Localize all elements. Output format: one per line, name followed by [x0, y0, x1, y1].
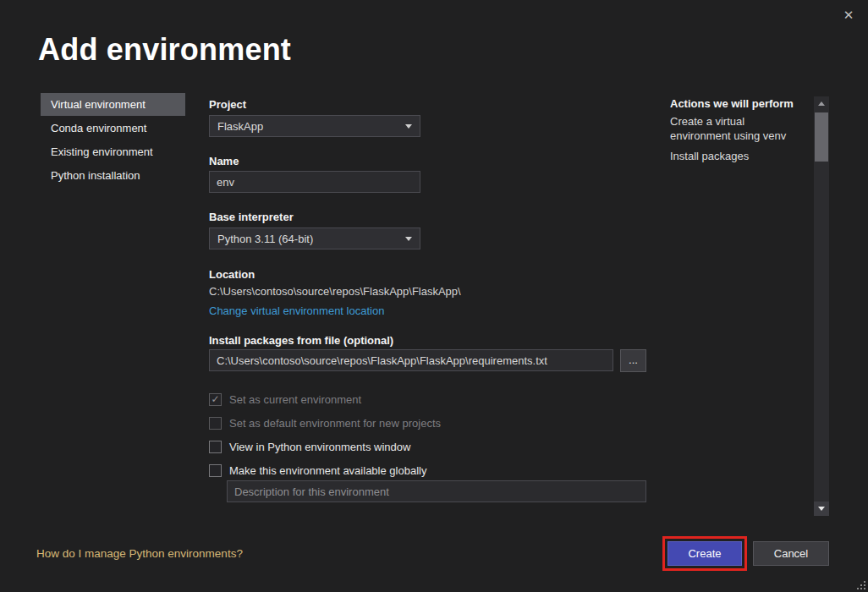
name-input[interactable] — [209, 171, 420, 193]
sidebar-item-python-installation[interactable]: Python installation — [41, 164, 185, 187]
chevron-down-icon — [405, 124, 412, 129]
add-environment-dialog: ✕ Add environment Virtual environment Co… — [0, 0, 868, 592]
base-interpreter-label: Base interpreter — [209, 211, 294, 223]
project-dropdown-value: FlaskApp — [217, 120, 263, 133]
set-default-environment-checkbox[interactable] — [209, 417, 222, 430]
resize-grip[interactable] — [855, 579, 865, 589]
actions-panel-title: Actions we will perform — [670, 97, 794, 110]
base-interpreter-dropdown[interactable]: Python 3.11 (64-bit) — [209, 227, 420, 249]
page-title: Add environment — [38, 32, 291, 68]
checkbox-label: Set as default environment for new proje… — [229, 417, 441, 430]
checkbox-row-available-globally: Make this environment available globally — [209, 463, 426, 478]
actions-panel-scrollbar[interactable] — [814, 96, 829, 516]
set-current-environment-checkbox[interactable] — [209, 393, 222, 406]
actions-panel-item: Create a virtual environment using venv — [670, 114, 801, 143]
available-globally-checkbox[interactable] — [209, 464, 222, 477]
checkbox-label: Make this environment available globally — [229, 464, 426, 477]
environment-type-sidebar: Virtual environment Conda environment Ex… — [41, 93, 185, 188]
browse-button[interactable]: ... — [620, 349, 646, 372]
packages-file-input[interactable] — [209, 349, 613, 371]
checkbox-label: Set as current environment — [229, 393, 361, 406]
sidebar-item-conda-environment[interactable]: Conda environment — [41, 117, 185, 140]
checkbox-row-view-window: View in Python environments window — [209, 439, 410, 454]
checkbox-row-set-default: Set as default environment for new proje… — [209, 415, 441, 430]
chevron-down-icon — [405, 237, 412, 241]
sidebar-item-existing-environment[interactable]: Existing environment — [41, 140, 185, 163]
description-input[interactable] — [227, 480, 646, 502]
scrollbar-thumb[interactable] — [815, 112, 828, 162]
change-location-link[interactable]: Change virtual environment location — [209, 304, 384, 317]
scroll-up-icon[interactable] — [814, 96, 829, 111]
location-label: Location — [209, 268, 255, 281]
name-label: Name — [209, 155, 239, 167]
manage-environments-help-link[interactable]: How do I manage Python environments? — [36, 547, 243, 560]
create-button[interactable]: Create — [667, 541, 742, 566]
checkbox-row-set-current: Set as current environment — [209, 392, 361, 407]
actions-panel-item: Install packages — [670, 149, 801, 163]
close-icon[interactable]: ✕ — [840, 7, 857, 24]
project-label: Project — [209, 98, 246, 111]
location-value: C:\Users\contoso\source\repos\FlaskApp\F… — [209, 285, 461, 298]
base-interpreter-dropdown-value: Python 3.11 (64-bit) — [217, 233, 313, 245]
view-environments-window-checkbox[interactable] — [209, 441, 222, 453]
scroll-down-icon[interactable] — [814, 502, 829, 516]
cancel-button[interactable]: Cancel — [753, 541, 829, 566]
sidebar-item-virtual-environment[interactable]: Virtual environment — [41, 93, 185, 116]
project-dropdown[interactable]: FlaskApp — [209, 115, 420, 137]
install-packages-label: Install packages from file (optional) — [209, 334, 393, 347]
checkbox-label: View in Python environments window — [229, 441, 410, 453]
